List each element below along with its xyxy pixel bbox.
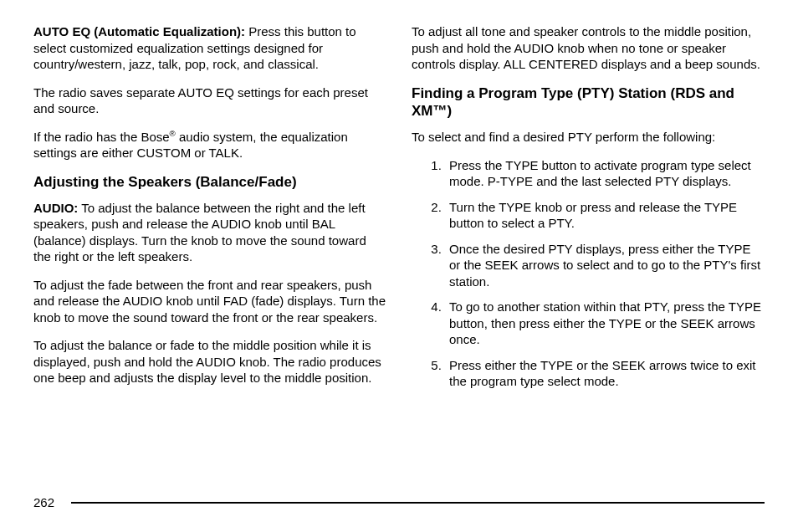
audio-text: To adjust the balance between the right …: [33, 201, 366, 264]
auto-eq-presets-paragraph: The radio saves separate AUTO EQ setting…: [33, 84, 386, 117]
bose-paragraph: If the radio has the Bose® audio system,…: [33, 129, 386, 161]
pty-step-1: Press the TYPE button to activate progra…: [445, 157, 765, 190]
audio-paragraph: AUDIO: To adjust the balance between the…: [33, 200, 386, 265]
right-column: To adjust all tone and speaker controls …: [412, 23, 765, 399]
pty-heading: Finding a Program Type (PTY) Station (RD…: [412, 84, 765, 120]
pty-intro-paragraph: To select and find a desired PTY perform…: [412, 129, 765, 146]
page-number: 262: [33, 495, 54, 509]
speakers-heading: Adjusting the Speakers (Balance/Fade): [33, 173, 386, 191]
footer-rule: [71, 502, 765, 504]
page-columns: AUTO EQ (Automatic Equalization): Press …: [33, 23, 765, 399]
pty-steps-list: Press the TYPE button to activate progra…: [412, 157, 765, 390]
pty-step-3: Once the desired PTY displays, press eit…: [445, 241, 765, 290]
auto-eq-paragraph: AUTO EQ (Automatic Equalization): Press …: [33, 23, 386, 73]
left-column: AUTO EQ (Automatic Equalization): Press …: [33, 23, 386, 399]
auto-eq-label: AUTO EQ (Automatic Equalization):: [33, 24, 245, 38]
middle-position-paragraph: To adjust the balance or fade to the mid…: [33, 337, 386, 386]
all-centered-paragraph: To adjust all tone and speaker controls …: [412, 23, 765, 73]
registered-symbol: ®: [170, 129, 176, 138]
pty-step-4: To go to another station within that PTY…: [445, 299, 765, 348]
page-footer: 262: [33, 495, 765, 509]
audio-label: AUDIO:: [33, 201, 78, 215]
fade-paragraph: To adjust the fade between the front and…: [33, 277, 386, 326]
bose-text-a: If the radio has the Bose: [33, 130, 170, 144]
pty-step-5: Press either the TYPE or the SEEK arrows…: [445, 357, 765, 390]
pty-step-2: Turn the TYPE knob or press and release …: [445, 199, 765, 232]
